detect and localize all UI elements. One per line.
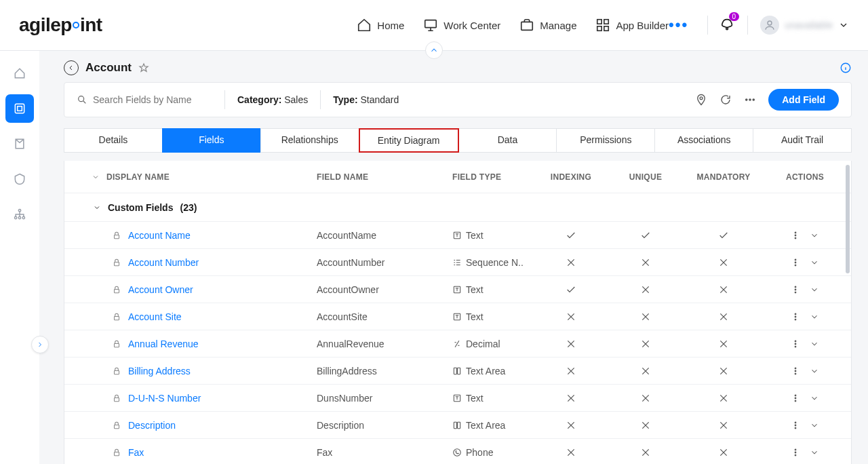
field-link[interactable]: Account Site (128, 311, 182, 322)
field-link[interactable]: Account Owner (128, 284, 193, 295)
table-row: FaxFaxPhone (64, 439, 851, 464)
field-name: DunsNumber (317, 393, 452, 404)
table-row: Billing AddressBillingAddressText Area (64, 357, 851, 385)
field-link[interactable]: Description (128, 420, 176, 431)
expand-row-icon[interactable] (810, 285, 819, 294)
field-link[interactable]: Account Name (128, 230, 191, 241)
field-link[interactable]: Annual Revenue (128, 339, 199, 349)
row-actions-icon[interactable] (791, 231, 800, 240)
lock-icon (112, 312, 121, 322)
row-actions-icon[interactable] (791, 285, 800, 294)
x-icon (640, 311, 651, 322)
expand-row-icon[interactable] (810, 366, 819, 376)
textarea-type-icon (452, 421, 462, 430)
favorite-star-icon[interactable] (138, 62, 149, 73)
info-icon[interactable] (840, 62, 852, 74)
lock-icon (112, 448, 121, 457)
col-field-type: FIELD TYPE (452, 172, 534, 182)
search-input[interactable] (93, 94, 201, 105)
avatar (760, 16, 779, 35)
table-row: Account NumberAccountNumberSequence N.. (64, 249, 851, 276)
table-row: Annual RevenueAnnualRevenueDecimal (64, 330, 851, 357)
x-icon (640, 420, 651, 431)
chevron-down-icon[interactable] (93, 204, 101, 212)
divider (320, 90, 321, 109)
check-icon (718, 230, 729, 241)
rail-security[interactable] (5, 165, 34, 193)
rail-entities[interactable] (5, 94, 34, 123)
col-indexing: INDEXING (534, 172, 608, 182)
expand-row-icon[interactable] (810, 312, 819, 322)
tab-entity-diagram[interactable]: Entity Diagram (359, 128, 459, 153)
field-name: AccountNumber (317, 257, 452, 268)
row-actions-icon[interactable] (791, 258, 800, 267)
field-type: Text Area (466, 420, 505, 431)
user-menu[interactable]: unavailable (760, 16, 849, 35)
field-name: AccountName (317, 230, 452, 241)
rail-sitemap[interactable] (5, 200, 34, 229)
lock-icon (112, 339, 121, 349)
row-actions-icon[interactable] (791, 366, 800, 376)
scrollbar[interactable] (846, 165, 850, 273)
username-label: unavailable (785, 20, 833, 31)
text-type-icon (452, 393, 462, 403)
x-icon (566, 366, 576, 376)
expand-row-icon[interactable] (810, 393, 819, 403)
field-link[interactable]: Account Number (128, 257, 199, 268)
chevron-down-icon (838, 20, 849, 31)
tab-fields[interactable]: Fields (162, 128, 261, 153)
expand-row-icon[interactable] (810, 231, 819, 240)
app-logo[interactable]: agilepint (19, 14, 102, 36)
tab-relationships[interactable]: Relationships (260, 128, 359, 153)
field-type: Text (466, 311, 484, 322)
more-nav-icon[interactable]: ••• (669, 16, 688, 34)
nav-manage[interactable]: Manage (519, 18, 576, 33)
add-field-button[interactable]: Add Field (768, 89, 839, 111)
expand-row-icon[interactable] (810, 448, 819, 457)
text-type-icon (452, 285, 462, 294)
row-actions-icon[interactable] (791, 312, 800, 322)
row-actions-icon[interactable] (791, 339, 800, 349)
notifications-button[interactable]: 0 (720, 16, 735, 34)
rail-inbox[interactable] (5, 130, 34, 158)
tab-data[interactable]: Data (458, 128, 557, 153)
x-icon (718, 447, 729, 458)
table-row: D-U-N-S NumberDunsNumberText (64, 385, 851, 412)
field-type: Text Area (466, 366, 505, 376)
x-icon (718, 257, 729, 268)
x-icon (718, 311, 729, 322)
tab-details[interactable]: Details (64, 128, 163, 153)
row-actions-icon[interactable] (791, 448, 800, 457)
field-type: Text (466, 393, 484, 404)
group-count: (23) (180, 202, 197, 213)
lock-icon (112, 231, 121, 240)
rail-home[interactable] (5, 59, 34, 88)
x-icon (566, 311, 576, 322)
lock-icon (112, 421, 121, 430)
expand-row-icon[interactable] (810, 339, 819, 349)
more-options-icon[interactable] (744, 94, 756, 106)
nav-app-builder[interactable]: App Builder (595, 18, 669, 33)
tab-associations[interactable]: Associations (654, 128, 753, 153)
tab-audit-trail[interactable]: Audit Trail (753, 128, 852, 153)
field-link[interactable]: Fax (128, 447, 144, 458)
refresh-icon[interactable] (719, 94, 732, 106)
field-link[interactable]: Billing Address (128, 366, 191, 376)
row-actions-icon[interactable] (791, 421, 800, 430)
row-actions-icon[interactable] (791, 393, 800, 403)
location-icon[interactable] (695, 94, 707, 106)
field-link[interactable]: D-U-N-S Number (128, 393, 201, 404)
back-button[interactable] (64, 60, 79, 75)
nav-home[interactable]: Home (357, 18, 404, 33)
x-icon (640, 447, 651, 458)
field-name: BillingAddress (317, 366, 452, 376)
expand-row-icon[interactable] (810, 258, 819, 267)
expand-row-icon[interactable] (810, 421, 819, 430)
collapse-header-button[interactable] (425, 41, 443, 59)
x-icon (640, 284, 651, 295)
chevron-down-icon[interactable] (92, 173, 100, 181)
tab-permissions[interactable]: Permissions (556, 128, 655, 153)
category-filter: Category: Sales (237, 94, 308, 105)
nav-work-center[interactable]: Work Center (423, 18, 500, 33)
sequence-type-icon (452, 258, 462, 267)
